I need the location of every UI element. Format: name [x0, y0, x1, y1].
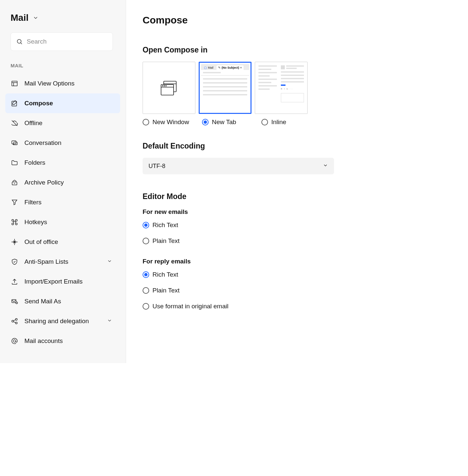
nav-item-offline[interactable]: Offline [5, 113, 120, 133]
encoding-select[interactable]: UTF-8 [143, 158, 334, 174]
svg-line-18 [14, 322, 16, 323]
nav-item-mail-accounts[interactable]: Mail accounts [5, 331, 120, 351]
nav-item-anti-spam-lists[interactable]: Anti-Spam Lists [5, 252, 120, 272]
nav-item-label: Folders [24, 159, 45, 166]
nav-item-filters[interactable]: Filters [5, 192, 120, 212]
nav-item-label: Anti-Spam Lists [24, 258, 68, 265]
svg-point-25 [164, 85, 165, 86]
nav-item-label: Archive Policy [24, 179, 64, 186]
nav-item-label: Filters [24, 199, 42, 206]
open-compose-in-radios: New Window New Tab Inline [143, 119, 340, 126]
new-emails-radios: Rich Text Plain Text [143, 221, 340, 245]
search-input[interactable] [27, 38, 108, 45]
nav-item-label: Import/Export Emails [24, 278, 83, 285]
open-compose-card-new-tab[interactable]: ▢Mail ✎(No Subject)× [199, 62, 251, 114]
nav-item-folders[interactable]: Folders [5, 153, 120, 173]
radio-icon [143, 238, 149, 244]
radio-new-rich-text[interactable]: Rich Text [143, 221, 340, 229]
radio-reply-rich-text[interactable]: Rich Text [143, 271, 340, 278]
main-content: Compose Open Compose in ▢Mail ✎(No Subje… [126, 0, 356, 363]
nav-item-compose[interactable]: Compose [5, 93, 120, 113]
nav-item-label: Conversation [24, 139, 61, 147]
radio-new-window[interactable]: New Window [143, 119, 199, 126]
radio-label: Rich Text [152, 271, 178, 278]
nav-item-label: Hotkeys [24, 219, 47, 226]
nav-item-sharing-delegation[interactable]: Sharing and delegation [5, 311, 120, 331]
svg-rect-12 [12, 300, 16, 303]
sidebar-header[interactable]: Mail [11, 13, 120, 23]
open-compose-card-inline[interactable]: B I U ··· [255, 62, 308, 114]
reply-emails-radios: Rich Text Plain Text Use format in origi… [143, 271, 340, 310]
svg-point-13 [16, 302, 17, 304]
nav-item-import-export[interactable]: Import/Export Emails [5, 272, 120, 291]
nav-item-mail-view-options[interactable]: Mail View Options [5, 74, 120, 93]
radio-icon [143, 303, 149, 310]
nav-item-label: Offline [24, 119, 43, 127]
folder-icon [11, 159, 18, 167]
shield-icon [11, 258, 18, 266]
encoding-value: UTF-8 [149, 163, 165, 170]
svg-point-24 [162, 85, 163, 86]
chat-icon [11, 139, 18, 147]
tab-nosubject-label: (No Subject) [222, 66, 239, 69]
nav-item-send-mail-as[interactable]: Send Mail As [5, 291, 120, 311]
airplane-icon [11, 238, 18, 246]
page-title: Compose [143, 15, 340, 26]
funnel-icon [11, 198, 18, 206]
command-icon [11, 218, 18, 226]
tab-mail-label: Mail [208, 66, 214, 69]
nav-item-label: Sharing and delegation [24, 318, 89, 325]
default-encoding-title: Default Encoding [143, 142, 340, 151]
editor-mode-title: Editor Mode [143, 192, 340, 201]
nav-list: Mail View Options Compose Offline Conver… [11, 74, 120, 351]
radio-label: Rich Text [152, 221, 178, 229]
for-reply-emails-label: For reply emails [143, 258, 340, 265]
nav-item-archive-policy[interactable]: Archive Policy [5, 173, 120, 192]
radio-icon [143, 222, 149, 228]
sidebar: Mail MAIL Mail View Options Compose Offl… [0, 0, 126, 363]
radio-new-plain-text[interactable]: Plain Text [143, 237, 340, 245]
sidebar-title: Mail [11, 13, 28, 23]
nav-item-label: Out of office [24, 238, 58, 246]
svg-point-0 [17, 39, 21, 43]
chevron-down-icon [32, 14, 40, 22]
chevron-down-icon [323, 163, 328, 170]
radio-reply-original-format[interactable]: Use format in original email [143, 303, 340, 310]
nav-item-label: Compose [24, 100, 53, 107]
nav-item-conversation[interactable]: Conversation [5, 133, 120, 153]
nav-item-hotkeys[interactable]: Hotkeys [5, 212, 120, 232]
nav-item-label: Send Mail As [24, 298, 61, 305]
radio-icon [143, 287, 149, 294]
svg-point-19 [13, 340, 16, 342]
radio-reply-plain-text[interactable]: Plain Text [143, 287, 340, 294]
radio-icon [202, 119, 209, 125]
svg-point-26 [166, 85, 166, 86]
open-compose-in-cards: ▢Mail ✎(No Subject)× B I U ··· [143, 62, 340, 114]
share-icon [11, 317, 18, 325]
nav-item-label: Mail accounts [24, 337, 63, 345]
radio-icon [143, 271, 149, 278]
at-icon [11, 337, 18, 345]
layout-icon [11, 80, 18, 87]
radio-label: New Tab [212, 119, 236, 126]
windows-icon [160, 79, 178, 96]
radio-label: Plain Text [152, 287, 180, 294]
cloud-off-icon [11, 119, 18, 127]
radio-new-tab[interactable]: New Tab [202, 119, 258, 126]
sidebar-section-label: MAIL [11, 63, 120, 68]
search-icon [16, 38, 23, 46]
radio-icon [261, 119, 268, 125]
import-icon [11, 278, 18, 286]
chevron-down-icon [107, 258, 112, 265]
compose-icon [11, 99, 18, 107]
svg-point-16 [16, 322, 17, 324]
radio-label: New Window [152, 119, 189, 126]
radio-inline[interactable]: Inline [261, 119, 318, 126]
radio-label: Inline [271, 119, 286, 126]
svg-point-15 [16, 319, 17, 321]
search-box[interactable] [11, 32, 113, 51]
radio-icon [143, 119, 149, 125]
open-compose-card-new-window[interactable] [143, 62, 195, 114]
svg-line-17 [14, 320, 16, 321]
nav-item-out-of-office[interactable]: Out of office [5, 232, 120, 252]
